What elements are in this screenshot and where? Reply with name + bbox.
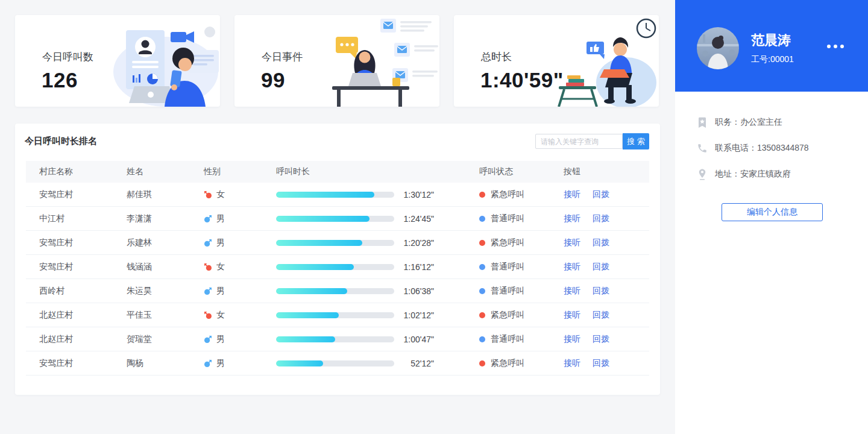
cell-village: 北赵庄村 <box>39 310 127 321</box>
duration-value: 1:06'38" <box>399 286 434 296</box>
duration-value: 1:30'12" <box>399 190 434 200</box>
gender-label: 男 <box>216 237 225 248</box>
badge-icon <box>697 115 709 130</box>
duration-bar-fill <box>276 336 335 342</box>
duration-bar-fill <box>276 240 362 246</box>
duration-value: 52'12" <box>399 359 434 368</box>
search-button[interactable]: 搜 索 <box>623 133 649 149</box>
female-icon <box>204 311 212 319</box>
callback-link[interactable]: 回拨 <box>593 189 609 200</box>
edit-profile-button[interactable]: 编辑个人信息 <box>722 203 823 221</box>
gender-label: 女 <box>216 189 225 200</box>
man-on-beanbag-illustration <box>552 15 659 107</box>
answer-link[interactable]: 接听 <box>564 334 580 345</box>
status-dot <box>479 336 485 342</box>
duration-bar <box>276 192 394 198</box>
employee-id: 工号:00001 <box>751 54 794 65</box>
status-dot <box>479 312 485 318</box>
col-name: 姓名 <box>127 166 204 177</box>
status-label: 紧急呼叫 <box>491 237 524 248</box>
col-village: 村庄名称 <box>39 166 127 177</box>
answer-link[interactable]: 接听 <box>564 189 580 200</box>
callback-link[interactable]: 回拨 <box>593 334 609 345</box>
cell-name: 钱涵涵 <box>127 262 204 272</box>
more-icon[interactable] <box>827 45 844 48</box>
detail-row-position: 职务：办公室主任 <box>675 109 868 135</box>
male-icon <box>204 287 212 295</box>
cell-village: 安驾庄村 <box>39 237 127 248</box>
col-status: 呼叫状态 <box>479 166 564 177</box>
table-row: 安驾庄村 乐建林 男 1:20'28" <box>26 231 649 255</box>
table-row: 安驾庄村 陶杨 男 52'12" <box>26 351 649 376</box>
gender-label: 男 <box>216 358 225 369</box>
stat-label: 今日呼叫数 <box>42 50 93 64</box>
duration-bar <box>276 288 394 294</box>
callback-link[interactable]: 回拨 <box>593 358 609 369</box>
detail-row-address: 地址：安家庄镇政府 <box>675 161 868 187</box>
duration-value: 1:20'28" <box>399 238 434 248</box>
callback-link[interactable]: 回拨 <box>593 310 609 321</box>
callback-link[interactable]: 回拨 <box>593 262 609 272</box>
table-row: 北赵庄村 贺瑞堂 男 1:00'47" <box>26 327 649 351</box>
status-label: 紧急呼叫 <box>491 189 524 200</box>
search-box: 搜 索 <box>535 133 649 149</box>
answer-link[interactable]: 接听 <box>564 286 580 297</box>
status-label: 普通呼叫 <box>491 213 524 224</box>
table-row: 北赵庄村 平佳玉 女 1:02'12" <box>26 303 649 327</box>
cell-village: 安驾庄村 <box>39 189 127 200</box>
stat-card-calls: 今日呼叫数 126 <box>15 15 220 107</box>
status-label: 普通呼叫 <box>491 286 524 297</box>
cell-name: 李潇潇 <box>127 213 204 224</box>
gender-label: 男 <box>216 286 225 297</box>
stat-value: 126 <box>42 68 78 92</box>
ranking-panel: 今日呼叫时长排名 搜 索 村庄名称 姓名 性别 呼叫时长 呼叫状态 按钮 安驾庄… <box>15 124 660 395</box>
duration-bar-fill <box>276 288 347 294</box>
gender-label: 女 <box>216 262 225 272</box>
cell-village: 安驾庄村 <box>39 262 127 272</box>
status-dot <box>479 288 485 294</box>
table-header: 村庄名称 姓名 性别 呼叫时长 呼叫状态 按钮 <box>26 161 649 183</box>
answer-link[interactable]: 接听 <box>564 358 580 369</box>
female-icon <box>204 190 212 199</box>
duration-bar-fill <box>276 192 374 198</box>
callback-link[interactable]: 回拨 <box>593 286 609 297</box>
profile-sidebar: 范晨涛 工号:00001 职务：办公室主任 联系电话：13508344878 <box>675 0 868 434</box>
stat-card-events: 今日事件 99 <box>234 15 439 107</box>
status-label: 普通呼叫 <box>491 334 524 345</box>
status-dot <box>479 264 485 270</box>
status-dot <box>479 192 485 198</box>
duration-bar-fill <box>276 360 323 366</box>
detail-label: 地址：安家庄镇政府 <box>715 169 791 180</box>
duration-value: 1:02'12" <box>399 310 434 320</box>
answer-link[interactable]: 接听 <box>564 237 580 248</box>
stat-card-duration: 总时长 1:40'59" <box>454 15 659 107</box>
answer-link[interactable]: 接听 <box>564 213 580 224</box>
cell-name: 郝佳琪 <box>127 189 204 200</box>
gender-label: 男 <box>216 213 225 224</box>
phone-icon <box>697 141 709 156</box>
location-icon <box>697 167 709 181</box>
cell-name: 朱运昊 <box>127 286 204 297</box>
answer-link[interactable]: 接听 <box>564 310 580 321</box>
cell-village: 安驾庄村 <box>39 358 127 369</box>
woman-at-desk-illustration <box>332 15 439 107</box>
col-duration: 呼叫时长 <box>276 166 479 177</box>
status-dot <box>479 360 485 366</box>
male-icon <box>204 335 212 344</box>
detail-label: 职务：办公室主任 <box>715 117 782 128</box>
duration-bar <box>276 264 394 270</box>
callback-link[interactable]: 回拨 <box>593 237 609 248</box>
cell-village: 中江村 <box>39 213 127 224</box>
duration-bar <box>276 312 394 318</box>
profile-name: 范晨涛 <box>751 31 791 49</box>
table-row: 安驾庄村 钱涵涵 女 1:16'12" <box>26 255 649 279</box>
search-input[interactable] <box>535 134 623 149</box>
profile-header: 范晨涛 工号:00001 <box>675 0 868 92</box>
callback-link[interactable]: 回拨 <box>593 213 609 224</box>
col-gender: 性别 <box>204 166 276 177</box>
duration-value: 1:00'47" <box>399 335 434 344</box>
man-with-phone-illustration <box>113 15 220 107</box>
detail-label: 联系电话：13508344878 <box>715 143 809 154</box>
answer-link[interactable]: 接听 <box>564 262 580 272</box>
duration-bar-fill <box>276 312 339 318</box>
